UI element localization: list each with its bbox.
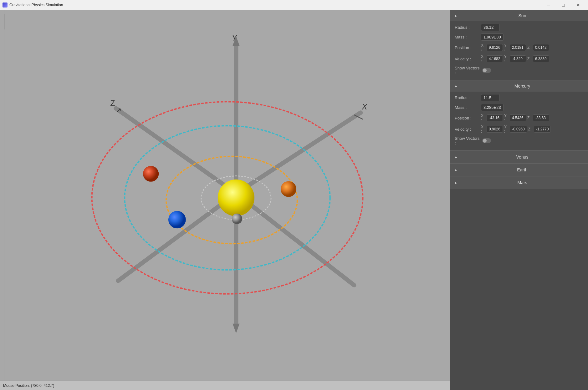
earth-body	[168, 211, 186, 228]
maximize-button[interactable]: □	[556, 0, 570, 10]
earth-name: Earth	[461, 167, 584, 172]
earth-header[interactable]: ▶ Earth	[450, 164, 588, 176]
sun-position-row: Position : X : 9.8126 Y : 2.0181 Z : 0.0…	[455, 43, 584, 52]
mercury-pos-y-value[interactable]: 4.5436	[510, 114, 526, 121]
mars-expand-icon: ▶	[455, 181, 458, 185]
mercury-radius-value[interactable]: 11.5	[481, 94, 500, 101]
sun-show-vectors-row: Show Vectors :	[455, 66, 584, 75]
sun-content: Radius : 36.12 Mass : 1.989E30 Position …	[450, 21, 588, 80]
earth-expand-icon: ▶	[455, 168, 458, 172]
mars-body	[143, 166, 159, 182]
mercury-vel-y-label: Y :	[504, 125, 509, 134]
sun-vectors-knob	[483, 68, 487, 72]
mars-header[interactable]: ▶ Mars	[450, 176, 588, 189]
mercury-mass-row: Mass : 3.285E23	[455, 104, 584, 111]
sun-pos-y-label: Y :	[504, 43, 509, 52]
svg-text:↗: ↗	[116, 106, 121, 114]
mercury-vel-z-label: Z :	[528, 127, 533, 131]
mercury-velocity-row: Velocity : X : 0.9026 Y : -0.0950 Z : -1…	[455, 125, 584, 134]
mercury-vel-z-value[interactable]: -1.2770	[534, 126, 551, 133]
mercury-velocity-label: Velocity :	[455, 127, 480, 132]
mars-name: Mars	[461, 180, 584, 185]
mercury-name: Mercury	[461, 84, 584, 89]
minimize-button[interactable]: ─	[541, 0, 555, 10]
close-button[interactable]: ✕	[571, 0, 585, 10]
mercury-pos-z-value[interactable]: -33.63	[533, 114, 549, 121]
status-bar: Mouse Position: (780.0, 412.7)	[0, 381, 450, 390]
main-area: Y Z ↗ X	[0, 10, 588, 390]
right-panel: ▶ Sun Radius : 36.12 Mass : 1.989E30 Pos…	[450, 10, 588, 390]
mercury-content: Radius : 11.5 Mass : 3.285E23 Position :…	[450, 92, 588, 150]
window-title: Gravitational Physics Simulation	[9, 3, 541, 7]
sun-vel-y-label: Y :	[504, 54, 509, 63]
sun-pos-z-value[interactable]: 0.0142	[533, 44, 549, 51]
mercury-vel-x-label: X :	[481, 125, 485, 134]
sun-position-coords: X : 9.8126 Y : 2.0181 Z : 0.0142	[481, 43, 584, 52]
mercury-section: ▶ Mercury Radius : 11.5 Mass : 3.285E23 …	[450, 80, 588, 151]
mercury-position-row: Position : X : -43.16 Y : 4.5436 Z : -33…	[455, 114, 584, 122]
mercury-expand-icon: ▶	[455, 84, 458, 88]
sun-pos-z-label: Z :	[527, 45, 532, 50]
mercury-vel-y-value[interactable]: -0.0950	[510, 126, 527, 133]
sun-section: ▶ Sun Radius : 36.12 Mass : 1.989E30 Pos…	[450, 10, 588, 80]
sun-name: Sun	[461, 13, 584, 18]
mercury-radius-row: Radius : 11.5	[455, 94, 584, 101]
sun-radius-label: Radius :	[455, 25, 480, 30]
mercury-velocity-coords: X : 0.9026 Y : -0.0950 Z : -1.2770	[481, 125, 584, 134]
sun-radius-row: Radius : 36.12	[455, 24, 584, 31]
sun-velocity-row: Velocity : X : 4.1682 Y : -4.329 Z : 6.3…	[455, 54, 584, 63]
sun-header[interactable]: ▶ Sun	[450, 10, 588, 21]
sun-vel-y-value[interactable]: -4.329	[510, 55, 526, 62]
sun-velocity-coords: X : 4.1682 Y : -4.329 Z : 6.3839	[481, 54, 584, 63]
simulation-viewport[interactable]: Y Z ↗ X	[0, 10, 450, 390]
mercury-pos-z-label: Z :	[527, 116, 532, 120]
mercury-radius-label: Radius :	[455, 95, 480, 100]
venus-section: ▶ Venus	[450, 151, 588, 164]
mouse-position: Mouse Position: (780.0, 412.7)	[3, 383, 54, 388]
sun-mass-row: Mass : 1.989E30	[455, 33, 584, 41]
mercury-mass-value[interactable]: 3.285E23	[481, 104, 504, 111]
sun-mass-value[interactable]: 1.989E30	[481, 33, 504, 41]
sun-pos-x-label: X :	[481, 43, 485, 52]
title-bar: Gravitational Physics Simulation ─ □ ✕	[0, 0, 588, 10]
sun-body	[218, 180, 254, 216]
venus-header[interactable]: ▶ Venus	[450, 151, 588, 163]
mercury-pos-x-value[interactable]: -43.16	[487, 114, 503, 121]
mercury-vectors-toggle[interactable]	[482, 138, 491, 143]
venus-expand-icon: ▶	[455, 155, 458, 159]
sun-vel-x-label: X :	[481, 54, 485, 63]
sun-velocity-label: Velocity :	[455, 57, 480, 61]
mercury-body	[232, 214, 242, 224]
app-icon	[3, 3, 8, 8]
mercury-position-label: Position :	[455, 116, 480, 120]
mercury-show-vectors-row: Show Vectors :	[455, 136, 584, 145]
sun-expand-icon: ▶	[455, 14, 458, 18]
svg-text:Z: Z	[110, 99, 115, 108]
mercury-vectors-knob	[483, 139, 487, 143]
mercury-position-coords: X : -43.16 Y : 4.5436 Z : -33.63	[481, 114, 584, 122]
sun-pos-y-value[interactable]: 2.0181	[510, 44, 526, 51]
sun-mass-label: Mass :	[455, 35, 480, 39]
svg-text:X: X	[362, 102, 368, 111]
mercury-mass-label: Mass :	[455, 105, 480, 110]
window-controls: ─ □ ✕	[541, 0, 585, 10]
earth-section: ▶ Earth	[450, 164, 588, 176]
venus-body	[281, 181, 296, 197]
sun-show-vectors-label: Show Vectors :	[455, 66, 480, 75]
sun-pos-x-value[interactable]: 9.8126	[487, 44, 503, 51]
mercury-header[interactable]: ▶ Mercury	[450, 80, 588, 92]
mercury-vel-x-value[interactable]: 0.9026	[487, 126, 503, 133]
sun-position-label: Position :	[455, 45, 480, 50]
mercury-show-vectors-label: Show Vectors :	[455, 136, 480, 145]
orbital-canvas: Y Z ↗ X	[0, 10, 450, 390]
sun-vel-z-value[interactable]: 6.3839	[533, 55, 549, 62]
sun-vel-x-value[interactable]: 4.1682	[487, 55, 503, 62]
mars-section: ▶ Mars	[450, 176, 588, 189]
venus-name: Venus	[461, 154, 584, 160]
sun-vectors-toggle[interactable]	[482, 68, 491, 73]
sun-vel-z-label: Z :	[527, 57, 532, 61]
mercury-pos-y-label: Y :	[504, 114, 509, 122]
mercury-pos-x-label: X :	[481, 114, 485, 122]
sun-radius-value[interactable]: 36.12	[481, 24, 500, 31]
